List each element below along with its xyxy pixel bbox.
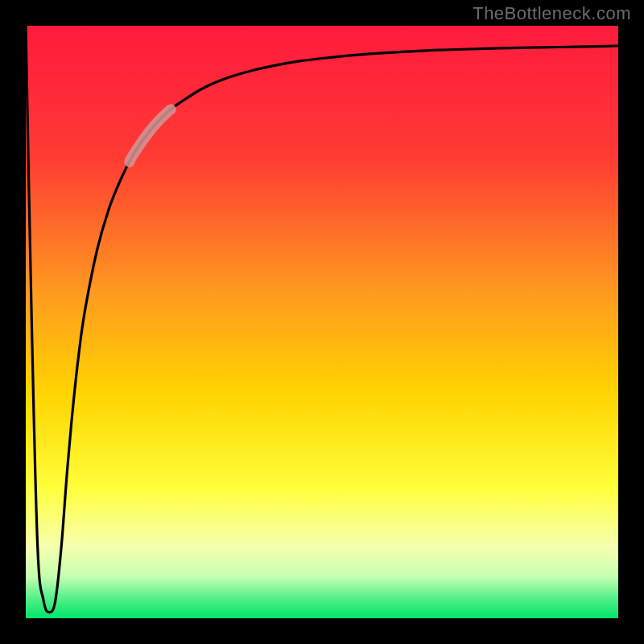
chart-frame: TheBottleneck.com: [0, 0, 644, 644]
curve-highlight: [130, 109, 171, 162]
plot-area: [26, 26, 618, 618]
watermark-text: TheBottleneck.com: [473, 3, 631, 24]
bottleneck-curve: [26, 26, 618, 613]
curve-layer: [26, 26, 618, 618]
